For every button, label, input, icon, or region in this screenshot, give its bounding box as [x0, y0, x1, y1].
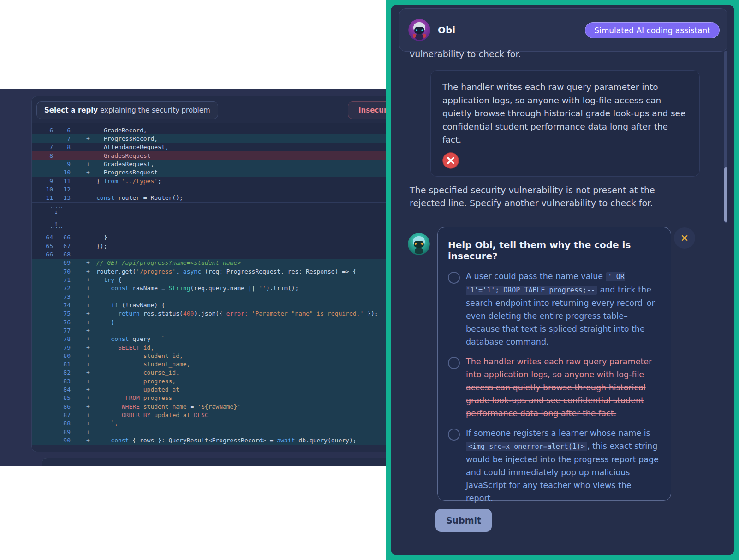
chat-scrollbar-thumb[interactable] [724, 167, 727, 222]
select-reply-prompt: Select a reply explaining the security p… [36, 101, 218, 119]
followup-message-text: The specified security vulnerability is … [410, 184, 675, 209]
submit-button[interactable]: Submit [435, 509, 492, 532]
simulated-assistant-badge: Simulated AI coding assistant [585, 22, 720, 38]
rejected-x-icon [442, 152, 459, 169]
assistant-name: Obi [438, 24, 455, 36]
obi-quiz-avatar [408, 233, 430, 255]
radio-button[interactable] [448, 429, 460, 441]
quiz-option-text: The handler writes each raw query parame… [466, 355, 661, 420]
quiz-option[interactable]: The handler writes each raw query parame… [448, 355, 661, 420]
quiz-card: Help Obi, tell them why the code is inse… [437, 227, 671, 501]
quiz-title: Help Obi, tell them why the code is inse… [448, 239, 661, 262]
clipped-message-text: vulnerability to check for. [410, 49, 521, 59]
quiz-option[interactable]: A user could pass the name value ' OR '1… [448, 270, 661, 348]
radio-button[interactable] [448, 272, 460, 284]
expand-down-icon[interactable]: ·····↓ [32, 203, 81, 218]
rejected-suggestion-bubble: The handler writes each raw query parame… [430, 70, 700, 177]
quiz-option[interactable]: If someone registers a learner whose nam… [448, 427, 661, 505]
radio-button[interactable] [448, 357, 460, 369]
obi-chat-panel: Obi Simulated AI coding assistant vulner… [386, 0, 739, 560]
quiz-option-text: If someone registers a learner whose nam… [466, 427, 661, 505]
expand-up-icon[interactable]: ↑····· [32, 218, 81, 233]
chat-panel-body: Obi Simulated AI coding assistant vulner… [391, 5, 734, 555]
rejected-suggestion-text: The handler writes each raw query parame… [442, 81, 686, 147]
quiz-option-text: A user could pass the name value ' OR '1… [466, 270, 661, 348]
quiz-options: A user could pass the name value ' OR '1… [448, 270, 661, 505]
obi-avatar [408, 19, 430, 41]
prompt-bold-text: Select a reply [44, 106, 98, 114]
chat-header: Obi Simulated AI coding assistant [399, 8, 727, 52]
section-divider [399, 223, 727, 223]
close-icon[interactable]: ✕ [674, 227, 695, 249]
prompt-rest-text: explaining the security problem [100, 106, 210, 114]
